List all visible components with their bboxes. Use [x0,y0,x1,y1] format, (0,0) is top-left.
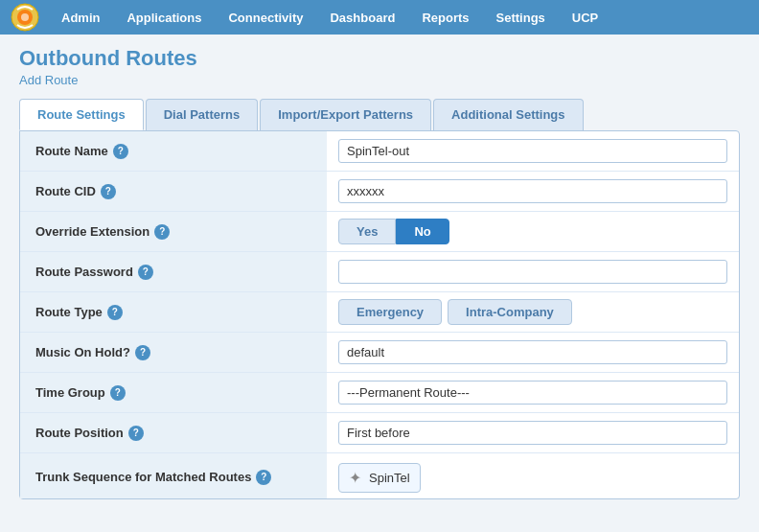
tab-bar: Route Settings Dial Patterns Import/Expo… [19,99,740,130]
music-on-hold-input[interactable] [338,340,727,364]
nav-applications[interactable]: Applications [113,5,215,31]
route-password-input[interactable] [338,260,727,284]
override-extension-field: Yes No [327,213,739,250]
svg-point-2 [21,13,29,21]
override-no-button[interactable]: No [396,219,448,244]
nav-admin[interactable]: Admin [48,5,113,31]
route-type-intracompany-button[interactable]: Intra-Company [448,299,572,325]
route-type-emergency-button[interactable]: Emergency [338,299,442,325]
time-group-help-icon[interactable]: ? [110,385,126,401]
row-override-extension: Override Extension ? Yes No [20,212,739,252]
nav-reports[interactable]: Reports [408,5,482,31]
trunk-sequence-help-icon[interactable]: ? [256,470,271,485]
row-time-group: Time Group ? [20,373,739,413]
trunk-sequence-label: Trunk Sequence for Matched Routes ? [20,453,327,498]
row-route-position: Route Position ? [20,413,739,453]
top-nav: Admin Applications Connectivity Dashboar… [0,0,759,35]
trunk-sequence-field: ✦ SpinTel [327,453,739,498]
route-name-input[interactable] [338,139,727,163]
route-cid-input[interactable] [338,179,727,203]
time-group-field [327,375,739,410]
trunk-name: SpinTel [369,471,410,485]
route-name-help-icon[interactable]: ? [113,144,128,159]
route-password-label: Route Password ? [20,252,327,291]
route-position-label: Route Position ? [20,413,327,452]
override-toggle-group: Yes No [338,219,449,244]
music-on-hold-field [327,335,739,370]
route-password-field [327,254,739,289]
route-cid-help-icon[interactable]: ? [101,184,116,199]
row-music-on-hold: Music On Hold? ? [20,333,739,373]
nav-ucp[interactable]: UCP [559,5,611,31]
nav-dashboard[interactable]: Dashboard [316,5,408,31]
override-yes-button[interactable]: Yes [338,219,396,244]
route-cid-label: Route CID ? [20,172,327,211]
route-type-label: Route Type ? [20,292,327,332]
page-subtitle: Add Route [19,73,740,87]
route-password-help-icon[interactable]: ? [138,265,153,280]
drag-handle-icon[interactable]: ✦ [349,469,361,487]
row-route-password: Route Password ? [20,252,739,292]
time-group-input[interactable] [338,381,727,405]
route-position-field [327,415,739,451]
row-route-cid: Route CID ? [20,172,739,212]
page-title: Outbound Routes [19,46,740,71]
override-extension-label: Override Extension ? [20,212,327,251]
tab-dial-patterns[interactable]: Dial Patterns [146,99,258,130]
nav-settings[interactable]: Settings [483,5,559,31]
row-trunk-sequence: Trunk Sequence for Matched Routes ? ✦ Sp… [20,453,739,498]
row-route-type: Route Type ? Emergency Intra-Company [20,292,739,333]
route-cid-field [327,173,739,209]
override-extension-help-icon[interactable]: ? [154,224,170,240]
form-panel: Route Name ? Route CID ? Override Extens… [19,130,740,499]
page-content: Outbound Routes Add Route Route Settings… [0,35,759,511]
route-name-label: Route Name ? [20,131,327,171]
tab-route-settings[interactable]: Route Settings [19,99,144,130]
row-route-name: Route Name ? [20,131,739,172]
route-position-help-icon[interactable]: ? [128,426,144,441]
nav-connectivity[interactable]: Connectivity [215,5,316,31]
time-group-label: Time Group ? [20,373,327,412]
tab-import-export[interactable]: Import/Export Patterns [260,99,431,130]
music-on-hold-label: Music On Hold? ? [20,333,327,372]
route-type-field: Emergency Intra-Company [327,293,739,331]
route-name-field [327,133,739,169]
logo [4,2,46,33]
music-on-hold-help-icon[interactable]: ? [135,345,150,360]
tab-additional-settings[interactable]: Additional Settings [433,99,583,130]
trunk-item: ✦ SpinTel [338,463,421,493]
route-position-input[interactable] [338,421,727,445]
route-type-help-icon[interactable]: ? [107,305,123,320]
